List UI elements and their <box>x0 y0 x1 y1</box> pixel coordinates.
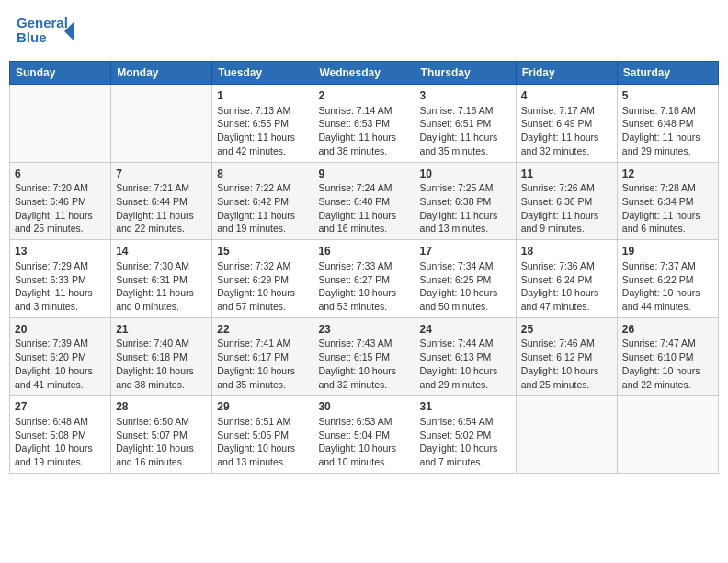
calendar-week-row: 27Sunrise: 6:48 AMSunset: 5:08 PMDayligh… <box>10 396 719 474</box>
calendar-week-row: 13Sunrise: 7:29 AMSunset: 6:33 PMDayligh… <box>10 240 719 318</box>
day-number: 4 <box>521 88 612 104</box>
svg-text:Blue: Blue <box>17 29 47 45</box>
calendar-day-cell: 7Sunrise: 7:21 AMSunset: 6:44 PMDaylight… <box>111 162 212 240</box>
calendar-day-cell <box>516 396 617 474</box>
calendar-day-cell: 8Sunrise: 7:22 AMSunset: 6:42 PMDaylight… <box>212 162 313 240</box>
day-of-week-header: Saturday <box>617 62 718 85</box>
day-info: Sunrise: 7:13 AMSunset: 6:55 PMDaylight:… <box>217 104 308 158</box>
day-info: Sunrise: 7:24 AMSunset: 6:40 PMDaylight:… <box>318 181 409 236</box>
day-info: Sunrise: 6:53 AMSunset: 5:04 PMDaylight:… <box>318 415 409 469</box>
logo: GeneralBlue <box>17 13 81 50</box>
day-number: 1 <box>217 88 308 104</box>
day-of-week-header: Tuesday <box>212 62 313 85</box>
day-of-week-header: Wednesday <box>313 62 415 85</box>
calendar-day-cell: 29Sunrise: 6:51 AMSunset: 5:05 PMDayligh… <box>212 396 313 474</box>
day-number: 7 <box>116 167 207 182</box>
calendar-day-cell: 30Sunrise: 6:53 AMSunset: 5:04 PMDayligh… <box>313 396 415 474</box>
day-number: 5 <box>622 88 713 104</box>
day-number: 14 <box>116 244 207 259</box>
calendar-day-cell: 3Sunrise: 7:16 AMSunset: 6:51 PMDaylight… <box>415 85 516 163</box>
day-number: 18 <box>521 244 612 259</box>
calendar-day-cell: 12Sunrise: 7:28 AMSunset: 6:34 PMDayligh… <box>617 162 718 240</box>
day-number: 20 <box>15 322 106 338</box>
day-info: Sunrise: 7:20 AMSunset: 6:46 PMDaylight:… <box>15 181 106 236</box>
day-of-week-header: Monday <box>111 62 212 85</box>
day-number: 24 <box>420 322 511 338</box>
calendar-day-cell: 20Sunrise: 7:39 AMSunset: 6:20 PMDayligh… <box>10 317 111 396</box>
day-info: Sunrise: 7:44 AMSunset: 6:13 PMDaylight:… <box>420 337 511 391</box>
day-info: Sunrise: 6:54 AMSunset: 5:02 PMDaylight:… <box>420 415 511 469</box>
day-of-week-header: Friday <box>516 62 617 85</box>
day-number: 8 <box>217 167 308 182</box>
calendar-day-cell: 31Sunrise: 6:54 AMSunset: 5:02 PMDayligh… <box>415 396 516 474</box>
calendar-day-cell: 15Sunrise: 7:32 AMSunset: 6:29 PMDayligh… <box>212 240 313 318</box>
day-info: Sunrise: 7:46 AMSunset: 6:12 PMDaylight:… <box>521 337 612 391</box>
day-number: 26 <box>622 322 713 338</box>
calendar-day-cell: 28Sunrise: 6:50 AMSunset: 5:07 PMDayligh… <box>111 396 212 474</box>
calendar-day-cell: 4Sunrise: 7:17 AMSunset: 6:49 PMDaylight… <box>516 85 617 163</box>
calendar-day-cell: 24Sunrise: 7:44 AMSunset: 6:13 PMDayligh… <box>415 317 516 396</box>
day-info: Sunrise: 7:28 AMSunset: 6:34 PMDaylight:… <box>622 181 713 236</box>
day-number: 10 <box>420 167 511 182</box>
calendar-week-row: 6Sunrise: 7:20 AMSunset: 6:46 PMDaylight… <box>10 162 719 240</box>
day-info: Sunrise: 7:41 AMSunset: 6:17 PMDaylight:… <box>217 337 308 391</box>
day-info: Sunrise: 7:36 AMSunset: 6:24 PMDaylight:… <box>521 259 612 314</box>
day-number: 3 <box>420 88 511 104</box>
page-header: GeneralBlue <box>9 9 719 53</box>
day-info: Sunrise: 7:18 AMSunset: 6:48 PMDaylight:… <box>622 104 713 158</box>
day-number: 23 <box>318 322 409 338</box>
calendar-header-row: SundayMondayTuesdayWednesdayThursdayFrid… <box>10 62 719 85</box>
day-info: Sunrise: 7:25 AMSunset: 6:38 PMDaylight:… <box>420 181 511 236</box>
calendar-day-cell: 2Sunrise: 7:14 AMSunset: 6:53 PMDaylight… <box>313 85 415 163</box>
calendar-day-cell: 6Sunrise: 7:20 AMSunset: 6:46 PMDaylight… <box>10 162 111 240</box>
day-info: Sunrise: 7:39 AMSunset: 6:20 PMDaylight:… <box>15 337 106 391</box>
day-number: 27 <box>15 399 106 415</box>
day-info: Sunrise: 7:40 AMSunset: 6:18 PMDaylight:… <box>116 337 207 391</box>
day-number: 17 <box>420 244 511 259</box>
day-number: 6 <box>15 167 106 182</box>
day-of-week-header: Thursday <box>415 62 516 85</box>
calendar-table: SundayMondayTuesdayWednesdayThursdayFrid… <box>9 61 719 474</box>
day-info: Sunrise: 7:17 AMSunset: 6:49 PMDaylight:… <box>521 104 612 158</box>
day-number: 13 <box>15 244 106 259</box>
calendar-day-cell: 10Sunrise: 7:25 AMSunset: 6:38 PMDayligh… <box>415 162 516 240</box>
calendar-day-cell: 18Sunrise: 7:36 AMSunset: 6:24 PMDayligh… <box>516 240 617 318</box>
calendar-day-cell: 25Sunrise: 7:46 AMSunset: 6:12 PMDayligh… <box>516 317 617 396</box>
calendar-day-cell <box>10 85 111 163</box>
svg-text:General: General <box>17 15 68 30</box>
day-info: Sunrise: 7:34 AMSunset: 6:25 PMDaylight:… <box>420 259 511 314</box>
calendar-day-cell: 11Sunrise: 7:26 AMSunset: 6:36 PMDayligh… <box>516 162 617 240</box>
calendar-week-row: 1Sunrise: 7:13 AMSunset: 6:55 PMDaylight… <box>10 85 719 163</box>
calendar-day-cell: 17Sunrise: 7:34 AMSunset: 6:25 PMDayligh… <box>415 240 516 318</box>
day-number: 11 <box>521 167 612 182</box>
day-info: Sunrise: 7:14 AMSunset: 6:53 PMDaylight:… <box>318 104 409 158</box>
day-number: 25 <box>521 322 612 338</box>
day-info: Sunrise: 7:30 AMSunset: 6:31 PMDaylight:… <box>116 259 207 314</box>
calendar-day-cell <box>617 396 718 474</box>
day-number: 15 <box>217 244 308 259</box>
day-info: Sunrise: 7:32 AMSunset: 6:29 PMDaylight:… <box>217 259 308 314</box>
day-number: 2 <box>318 88 409 104</box>
day-info: Sunrise: 7:26 AMSunset: 6:36 PMDaylight:… <box>521 181 612 236</box>
day-of-week-header: Sunday <box>10 62 111 85</box>
calendar-day-cell: 19Sunrise: 7:37 AMSunset: 6:22 PMDayligh… <box>617 240 718 318</box>
calendar-day-cell: 9Sunrise: 7:24 AMSunset: 6:40 PMDaylight… <box>313 162 415 240</box>
day-info: Sunrise: 7:16 AMSunset: 6:51 PMDaylight:… <box>420 104 511 158</box>
day-info: Sunrise: 6:51 AMSunset: 5:05 PMDaylight:… <box>217 415 308 469</box>
day-number: 16 <box>318 244 409 259</box>
calendar-day-cell: 5Sunrise: 7:18 AMSunset: 6:48 PMDaylight… <box>617 85 718 163</box>
day-info: Sunrise: 7:21 AMSunset: 6:44 PMDaylight:… <box>116 181 207 236</box>
day-number: 31 <box>420 399 511 415</box>
day-info: Sunrise: 6:50 AMSunset: 5:07 PMDaylight:… <box>116 415 207 469</box>
calendar-day-cell: 27Sunrise: 6:48 AMSunset: 5:08 PMDayligh… <box>10 396 111 474</box>
day-number: 22 <box>217 322 308 338</box>
day-number: 21 <box>116 322 207 338</box>
calendar-day-cell: 21Sunrise: 7:40 AMSunset: 6:18 PMDayligh… <box>111 317 212 396</box>
day-info: Sunrise: 6:48 AMSunset: 5:08 PMDaylight:… <box>15 415 106 469</box>
day-info: Sunrise: 7:22 AMSunset: 6:42 PMDaylight:… <box>217 181 308 236</box>
calendar-day-cell: 22Sunrise: 7:41 AMSunset: 6:17 PMDayligh… <box>212 317 313 396</box>
day-info: Sunrise: 7:43 AMSunset: 6:15 PMDaylight:… <box>318 337 409 391</box>
day-number: 12 <box>622 167 713 182</box>
day-number: 30 <box>318 399 409 415</box>
calendar-week-row: 20Sunrise: 7:39 AMSunset: 6:20 PMDayligh… <box>10 317 719 396</box>
